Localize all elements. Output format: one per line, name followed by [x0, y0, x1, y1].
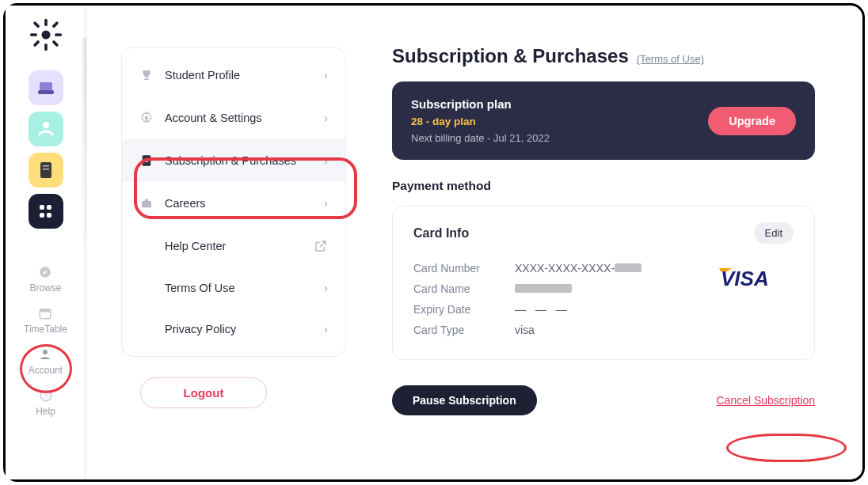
upgrade-button[interactable]: Upgrade: [708, 107, 796, 135]
svg-rect-3: [29, 33, 36, 36]
menu-item-careers[interactable]: Careers ›: [122, 182, 345, 225]
card-expiry-value: — — —: [515, 303, 570, 316]
svg-rect-10: [38, 90, 54, 94]
plan-heading: Subscription plan: [411, 97, 550, 111]
notebook-icon: [39, 161, 53, 179]
chevron-right-icon: ›: [324, 197, 328, 210]
compass-icon: [38, 265, 52, 279]
card-type-row: Card Type visa: [413, 320, 794, 340]
briefcase-icon: [139, 196, 154, 210]
svg-rect-14: [43, 169, 49, 170]
chevron-right-icon: ›: [324, 282, 328, 294]
rail-item-account[interactable]: Account: [29, 344, 63, 379]
card-brand-logo: VISA: [718, 263, 797, 290]
menu-label: Account & Settings: [165, 112, 262, 124]
redacted-segment: [515, 284, 572, 293]
svg-point-0: [41, 31, 50, 40]
svg-point-11: [43, 122, 49, 128]
redacted-segment: [615, 263, 641, 272]
rail-label: TimeTable: [24, 324, 67, 335]
menu-item-account-settings[interactable]: Account & Settings ›: [122, 97, 345, 139]
plan-next-billing: Next billing date - Jul 21, 2022: [411, 132, 550, 144]
svg-rect-13: [43, 165, 49, 167]
settings-panel: Student Profile › Account & Settings › $…: [121, 47, 346, 479]
typewriter-icon: [36, 81, 55, 95]
person-icon: [38, 347, 52, 362]
card-type-value: visa: [515, 324, 535, 336]
rail-item-help[interactable]: ? Help: [36, 385, 55, 420]
card-expiry-label: Expiry Date: [413, 303, 493, 316]
logout-button[interactable]: Logout: [140, 377, 267, 408]
pause-subscription-button[interactable]: Pause Subscription: [392, 385, 537, 415]
svg-rect-8: [32, 40, 40, 47]
shortcut-tile-2[interactable]: [29, 112, 63, 146]
svg-rect-5: [32, 21, 40, 28]
cancel-subscription-link[interactable]: Cancel Subscription: [716, 394, 815, 407]
shortcut-tile-1[interactable]: [29, 70, 63, 105]
subscription-actions: Pause Subscription Cancel Subscription: [392, 385, 815, 415]
card-number-label: Card Number: [413, 262, 493, 275]
chevron-right-icon: ›: [324, 154, 328, 167]
svg-point-21: [145, 116, 149, 120]
menu-item-help-center[interactable]: Help Center: [122, 225, 345, 267]
rail-label: Account: [29, 365, 63, 376]
shortcut-tile-4[interactable]: [29, 194, 63, 229]
chevron-right-icon: ›: [324, 69, 328, 81]
visa-icon: VISA: [718, 263, 797, 290]
menu-label: Student Profile: [165, 69, 240, 81]
svg-rect-9: [40, 82, 52, 90]
card-type-label: Card Type: [413, 324, 493, 336]
svg-rect-2: [44, 44, 48, 51]
rail-label: Help: [36, 406, 55, 417]
help-circle-icon: ?: [39, 388, 53, 403]
menu-item-subscription-purchases[interactable]: $ Subscription & Purchases ›: [122, 139, 345, 182]
dots-grid-icon: [37, 203, 55, 220]
terms-of-use-link[interactable]: (Terms of Use): [637, 53, 704, 65]
chevron-right-icon: ›: [324, 323, 328, 335]
gear-icon: [139, 111, 154, 125]
card-expiry-row: Expiry Date — — —: [413, 299, 794, 320]
svg-rect-12: [40, 162, 51, 178]
rail-label: Browse: [29, 282, 61, 294]
svg-point-18: [43, 350, 48, 354]
person-meditate-icon: [37, 120, 55, 138]
card-info-card: Card Info Edit Card Number XXXX-XXXX-XXX…: [392, 206, 815, 360]
main-content: Subscription & Purchases (Terms of Use) …: [360, 6, 862, 479]
svg-rect-25: [145, 199, 149, 202]
menu-item-terms-of-use[interactable]: Terms Of Use ›: [122, 267, 345, 309]
left-rail: Browse TimeTable Account ? Help: [6, 6, 86, 479]
menu-label: Careers: [165, 197, 206, 210]
rail-item-browse[interactable]: Browse: [29, 262, 61, 297]
menu-item-privacy-policy[interactable]: Privacy Policy ›: [122, 309, 345, 350]
page-title: Subscription & Purchases: [392, 45, 629, 67]
edit-card-button[interactable]: Edit: [754, 222, 794, 244]
svg-text:?: ?: [44, 392, 48, 400]
receipt-icon: $: [139, 153, 154, 168]
calendar-icon: [38, 306, 52, 320]
card-name-label: Card Name: [413, 282, 493, 295]
sunburst-logo-icon: [29, 17, 63, 52]
shortcut-tile-3[interactable]: [29, 153, 63, 188]
card-info-heading: Card Info: [413, 226, 469, 241]
menu-item-student-profile[interactable]: Student Profile ›: [122, 54, 345, 97]
plan-card: Subscription plan 28 - day plan Next bil…: [392, 81, 815, 160]
svg-rect-17: [40, 309, 51, 313]
svg-rect-1: [44, 19, 48, 26]
svg-rect-24: [142, 201, 151, 207]
menu-label: Subscription & Purchases: [165, 154, 296, 167]
svg-text:VISA: VISA: [721, 267, 769, 290]
app-logo[interactable]: [28, 17, 64, 53]
svg-rect-6: [51, 40, 59, 47]
svg-rect-7: [51, 21, 59, 28]
trophy-icon: [139, 68, 154, 82]
card-number-value: XXXX-XXXX-XXXX-: [515, 262, 615, 275]
plan-duration: 28 - day plan: [411, 116, 550, 127]
payment-method-heading: Payment method: [392, 179, 815, 193]
rail-scroll-shadow: [82, 37, 87, 275]
menu-label: Help Center: [165, 240, 226, 252]
menu-label: Privacy Policy: [165, 323, 236, 335]
chevron-right-icon: ›: [324, 112, 328, 124]
rail-item-timetable[interactable]: TimeTable: [24, 303, 67, 338]
external-link-icon: [314, 239, 328, 253]
settings-menu: Student Profile › Account & Settings › $…: [121, 47, 346, 357]
